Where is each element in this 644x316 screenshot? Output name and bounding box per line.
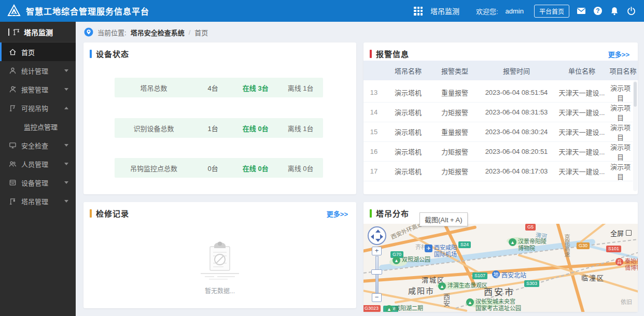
alarm-table-row[interactable]: 15演示塔机重量报警2023-06-04 08:30:24天津天一建设...演示… xyxy=(363,122,633,142)
title-accent-bar xyxy=(90,50,92,58)
apps-grid-icon[interactable] xyxy=(414,6,423,16)
map-poi-museum: ▲ 汉景帝阳陵博物院 xyxy=(509,238,547,252)
device-stat-row: 识别设备总数 1台 在线 0台 离线 1台 xyxy=(115,118,323,138)
sidebar-header-label: 塔吊监测 xyxy=(24,27,53,37)
sidebar-item-statistics[interactable]: 统计管理 xyxy=(0,61,76,80)
fullscreen-button[interactable]: 全屏 xyxy=(610,228,632,238)
map-poi-scenic: 兵 秦始皇陵俑博物馆 xyxy=(615,258,638,271)
maintenance-more-link[interactable]: 更多>> xyxy=(327,209,348,219)
map-poi-park: ▲ 双照湖公园 xyxy=(393,256,430,264)
sidebar-item-equipment[interactable]: 设备管理 xyxy=(0,173,76,192)
zoom-slider-handle[interactable] xyxy=(371,269,382,275)
alarm-table-row[interactable]: 16演示塔机力矩报警2023-06-04 08:20:51天津天一建设...演示… xyxy=(363,142,633,162)
chevron-down-icon xyxy=(64,163,68,165)
sidebar-item-alarm[interactable]: 报警管理 xyxy=(0,80,76,98)
panel-title: 报警信息 xyxy=(370,48,409,59)
alarm-table-row[interactable]: 13演示塔机重量报警2023-06-04 08:51:54天津天一建设...演示… xyxy=(363,83,633,103)
pan-up-arrow[interactable] xyxy=(375,229,381,233)
panel-title: 设备状态 xyxy=(90,48,129,59)
chevron-up-icon xyxy=(64,107,68,109)
chevron-down-icon xyxy=(64,181,68,184)
person-alarm-icon xyxy=(9,85,17,93)
scrollbar-thumb[interactable] xyxy=(634,82,637,107)
map-label-district: 临潼区 xyxy=(581,272,605,282)
sidebar-item-visual-hook[interactable]: 可视吊钩 xyxy=(0,98,76,117)
platform-logo-icon xyxy=(7,4,21,18)
screenshot-tooltip: 截图(Alt + A) xyxy=(419,212,468,226)
person-stats-icon xyxy=(9,67,17,75)
alarm-table-body: 13演示塔机重量报警2023-06-04 08:51:54天津天一建设...演示… xyxy=(363,80,633,192)
fullscreen-icon xyxy=(626,230,632,236)
alarm-table-header: 塔吊名称 报警类型 报警时间 单位名称 项目名称 xyxy=(363,61,638,80)
map-pan-control[interactable] xyxy=(368,226,386,245)
road-shield: S101 xyxy=(606,246,621,252)
title-accent-bar xyxy=(370,209,372,218)
sidebar: 塔吊监测 首页 统计管理 报警管理 可视吊钩 监控点管理 安全检查 人员管理 设… xyxy=(0,22,76,316)
alarm-more-link[interactable]: 更多>> xyxy=(608,49,629,59)
zoom-slider-track[interactable] xyxy=(375,256,379,293)
username[interactable]: admin xyxy=(506,7,524,15)
help-icon[interactable]: ? xyxy=(593,6,603,16)
no-data-icon xyxy=(191,239,248,282)
zoom-in-button[interactable]: + xyxy=(372,247,382,255)
road-shield: G3023 xyxy=(363,305,381,312)
home-icon xyxy=(9,48,17,56)
power-icon[interactable] xyxy=(626,6,636,16)
map-label-city: 咸阳市 xyxy=(408,285,435,296)
pan-right-arrow[interactable] xyxy=(380,234,383,239)
bell-icon[interactable] xyxy=(610,6,619,16)
title-accent-bar xyxy=(90,209,92,218)
chevron-down-icon xyxy=(64,88,68,91)
map-canvas[interactable]: G70 S24 G5 S107 S303 G30 S101 G3023 S208… xyxy=(363,224,638,312)
chevron-down-icon xyxy=(64,69,68,72)
breadcrumb-system: 塔吊安全检查系统 xyxy=(131,27,185,37)
sidebar-header: 塔吊监测 xyxy=(0,22,76,42)
crane-icon xyxy=(13,28,21,36)
crane-map-panel: 塔吊分布 截图(Alt + A) G70 S24 xyxy=(363,202,638,312)
map-poi-park: ▲ 沣渭生态景观区 xyxy=(438,282,487,290)
sidebar-item-personnel[interactable]: 人员管理 xyxy=(0,154,76,173)
sidebar-item-home[interactable]: 首页 xyxy=(0,42,76,61)
map-poi-station: 地 西安北站 xyxy=(492,270,526,279)
alarm-scrollbar xyxy=(633,81,637,191)
sidebar-item-safety-check[interactable]: 安全检查 xyxy=(0,136,76,154)
road-shield: S303 xyxy=(524,280,539,287)
empty-state: 暂无数据... xyxy=(83,239,356,295)
road-shield: S24 xyxy=(458,241,471,248)
mail-icon[interactable] xyxy=(577,6,586,16)
airport-icon: ✈ xyxy=(425,245,432,252)
park-icon: ▲ xyxy=(466,298,474,306)
alarm-table-row[interactable]: 14演示塔机力矩报警2023-06-04 08:31:53天津天一建设...演示… xyxy=(363,103,633,122)
breadcrumb-separator: / xyxy=(189,28,191,36)
chevron-down-icon xyxy=(64,144,68,147)
crane-icon xyxy=(9,197,17,205)
main-content: 当前位置: 塔吊安全检查系统 / 首页 设备状态 塔吊总数 4台 在线 3台 离… xyxy=(76,22,644,316)
park-icon: ▲ xyxy=(438,282,446,290)
map-label-road: 京昆高速 xyxy=(563,234,571,286)
monitor-icon xyxy=(9,141,17,149)
people-icon xyxy=(9,160,17,168)
map-poi-park: ▲ 咸阳湖二期 xyxy=(385,305,423,312)
welcome-label: 欢迎您: xyxy=(476,6,498,16)
alarm-table-row[interactable]: 17演示塔机力矩报警2023-06-04 08:17:03天津天一建设...演示… xyxy=(363,162,633,181)
sidebar-item-crane-mgmt[interactable]: 塔吊管理 xyxy=(0,192,76,210)
breadcrumb-current[interactable]: 首页 xyxy=(194,27,208,37)
map-label-village: 依旧 xyxy=(621,297,632,306)
location-pin-icon xyxy=(84,27,93,37)
collapse-bar xyxy=(8,28,9,36)
road-shield: G5 xyxy=(525,224,536,231)
breadcrumb-prefix: 当前位置: xyxy=(97,27,127,37)
device-stat-row: 塔吊总数 4台 在线 3台 离线 1台 xyxy=(115,78,323,97)
header-actions: 塔吊监测 欢迎您: admin 平台首页 ? xyxy=(414,0,644,22)
platform-home-button[interactable]: 平台首页 xyxy=(534,5,569,18)
zoom-out-button[interactable]: − xyxy=(372,293,382,302)
panel-title: 塔吊分布 xyxy=(370,208,409,219)
park-icon: ▲ xyxy=(393,256,400,264)
map-label-river: 渭河 xyxy=(535,230,548,240)
module-switcher[interactable]: 塔吊监测 xyxy=(430,6,459,16)
pan-left-arrow[interactable] xyxy=(371,234,374,239)
road-shield: G30 xyxy=(577,242,590,249)
device-icon xyxy=(9,179,17,186)
sidebar-item-monitor-points[interactable]: 监控点管理 xyxy=(0,117,76,136)
chevron-down-icon xyxy=(64,200,68,203)
